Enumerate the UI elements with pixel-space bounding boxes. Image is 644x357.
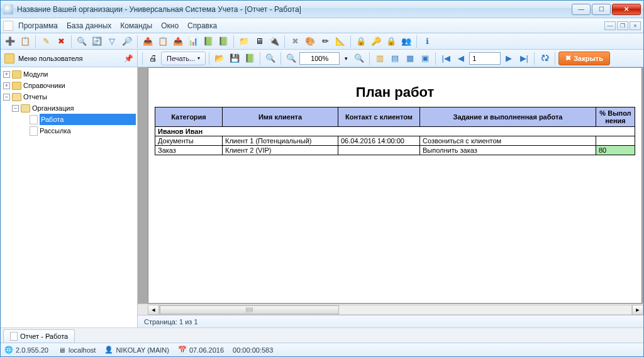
zoom-fit-icon[interactable]: 🔍	[264, 52, 277, 65]
tree-node-reports[interactable]: − Отчеты	[2, 91, 137, 102]
sidebar-tree[interactable]: + Модули + Справочники −	[1, 67, 138, 327]
search-icon[interactable]: 🔍	[75, 35, 89, 48]
scroll-track[interactable]	[159, 305, 632, 315]
delete-icon[interactable]: ✖	[54, 35, 68, 48]
close-button[interactable]: ✕	[612, 4, 641, 15]
print-button[interactable]: Печать... ▾	[161, 52, 206, 65]
excel2-icon[interactable]: 📗	[216, 35, 230, 48]
zoom-in-icon[interactable]: 🔍	[284, 52, 298, 65]
add-icon[interactable]: ➕	[3, 35, 17, 48]
menu-help[interactable]: Справка	[187, 21, 217, 30]
group-row: Иванов Иван	[155, 127, 635, 136]
collapse-icon[interactable]: −	[12, 105, 19, 112]
menu-app-icon	[3, 21, 13, 31]
calendar-icon: 📅	[178, 346, 187, 354]
page-input[interactable]: 1	[469, 52, 501, 65]
screen-icon[interactable]: 🖥	[252, 35, 266, 48]
menu-program[interactable]: Программа	[18, 21, 58, 30]
menu-commands[interactable]: Команды	[120, 21, 152, 30]
report-viewport[interactable]: План работ Категория Имя клиента Контакт…	[138, 67, 643, 304]
tree-node-mailing[interactable]: Рассылка	[19, 125, 137, 136]
menubar: Программа База данных Команды Окно Справ…	[1, 18, 643, 33]
users-icon[interactable]: 👥	[399, 35, 413, 48]
cell-client: Клиент 1 (Потенциальный)	[223, 136, 338, 146]
col-category: Категория	[155, 107, 223, 127]
ruler-icon[interactable]: 📐	[333, 35, 347, 48]
expand-icon[interactable]: +	[3, 71, 10, 78]
secondary-toolbar: Меню пользователя 📌 🖨 Печать... ▾ 📂 💾 📗 …	[1, 50, 643, 67]
maximize-button[interactable]: ☐	[592, 4, 611, 15]
sidebar-title: Меню пользователя	[18, 55, 82, 62]
lock2-icon[interactable]: 🔒	[384, 35, 398, 48]
plug-icon[interactable]: 🔌	[267, 35, 281, 48]
clipboard-icon[interactable]: 📋	[156, 35, 170, 48]
scroll-thumb[interactable]	[160, 305, 339, 314]
chevron-down-icon: ▾	[197, 55, 200, 61]
cell-pct: 80	[596, 146, 635, 155]
cancel-icon[interactable]: ✖	[288, 35, 302, 48]
menu-window[interactable]: Окно	[161, 21, 179, 30]
next-page-icon[interactable]: ▶	[502, 52, 516, 65]
chart-icon[interactable]: 📊	[186, 35, 200, 48]
menu-database[interactable]: База данных	[67, 21, 111, 30]
scroll-left-icon[interactable]: ◄	[148, 305, 159, 315]
zoom-out-icon[interactable]: 🔍	[352, 52, 366, 65]
zoom-input[interactable]: 100%	[299, 52, 340, 65]
status-user: 👤 NIKOLAY (MAIN)	[104, 346, 169, 354]
find-icon[interactable]: 🔎	[120, 35, 134, 48]
layout3-icon[interactable]: ▦	[403, 52, 417, 65]
lock-icon[interactable]: 🔒	[354, 35, 368, 48]
separator	[416, 35, 417, 48]
key-icon[interactable]: 🔑	[369, 35, 383, 48]
mdi-close-button[interactable]: ×	[630, 21, 641, 30]
document-tab[interactable]: Отчет - Работа	[3, 329, 75, 343]
layout4-icon[interactable]: ▣	[418, 52, 432, 65]
send-icon[interactable]: 📤	[171, 35, 185, 48]
scroll-right-icon[interactable]: ►	[632, 305, 643, 315]
filter-icon[interactable]: ▽	[105, 35, 119, 48]
user-label: NIKOLAY (MAIN)	[116, 346, 169, 354]
close-report-button[interactable]: ✖ Закрыть	[558, 52, 610, 65]
zoom-dropdown[interactable]: ▾	[341, 52, 351, 65]
prev-page-icon[interactable]: ◀	[454, 52, 468, 65]
mdi-restore-button[interactable]: ❐	[617, 21, 628, 30]
minimize-button[interactable]: —	[572, 4, 591, 15]
open-folder-icon[interactable]: 📁	[237, 35, 251, 48]
tree-node-organization[interactable]: − Организация	[11, 102, 137, 114]
tree-node-work[interactable]: Работа	[19, 114, 137, 125]
report-toolbar: 🖨 Печать... ▾ 📂 💾 📗 🔍 🔍 100% ▾ 🔍 ▥ ▤ ▦ ▣	[138, 50, 643, 67]
palette-icon[interactable]: 🎨	[303, 35, 317, 48]
first-page-icon[interactable]: |◀	[439, 52, 453, 65]
last-page-icon[interactable]: ▶|	[517, 52, 531, 65]
mdi-minimize-button[interactable]: —	[604, 21, 616, 30]
refresh-report-icon[interactable]: 🗘	[538, 52, 552, 65]
expand-icon[interactable]: +	[3, 82, 10, 89]
tree-node-modules[interactable]: + Модули	[2, 69, 137, 80]
pencil-icon[interactable]: ✏	[318, 35, 332, 48]
col-pct: % Выпол нения	[596, 107, 635, 127]
export-xls-icon[interactable]: 📗	[243, 52, 257, 65]
tree-node-directories[interactable]: + Справочники	[2, 80, 137, 91]
copy-icon[interactable]: 📋	[18, 35, 32, 48]
collapse-icon[interactable]: −	[3, 94, 10, 101]
date-label: 07.06.2016	[189, 346, 224, 354]
save-icon[interactable]: 💾	[228, 52, 242, 65]
separator	[280, 52, 281, 65]
folder-icon	[4, 53, 14, 63]
open-icon[interactable]: 📂	[213, 52, 226, 65]
cell-task: Созвониться с клиентом	[420, 136, 596, 146]
excel-icon[interactable]: 📗	[201, 35, 215, 48]
printer-icon[interactable]: 🖨	[146, 52, 160, 65]
horizontal-scrollbar[interactable]: ◄ ►	[138, 304, 643, 315]
export-icon[interactable]: 📤	[141, 35, 155, 48]
layout2-icon[interactable]: ▤	[388, 52, 402, 65]
layout-icon[interactable]: ▥	[373, 52, 387, 65]
print-label: Печать...	[167, 55, 195, 62]
separator	[369, 52, 370, 65]
info-icon[interactable]: ℹ	[420, 35, 434, 48]
report-page: План работ Категория Имя клиента Контакт…	[148, 67, 642, 304]
folder-icon	[12, 82, 21, 90]
edit-icon[interactable]: ✎	[39, 35, 53, 48]
refresh-icon[interactable]: 🔄	[90, 35, 104, 48]
pin-icon[interactable]: 📌	[124, 54, 133, 63]
